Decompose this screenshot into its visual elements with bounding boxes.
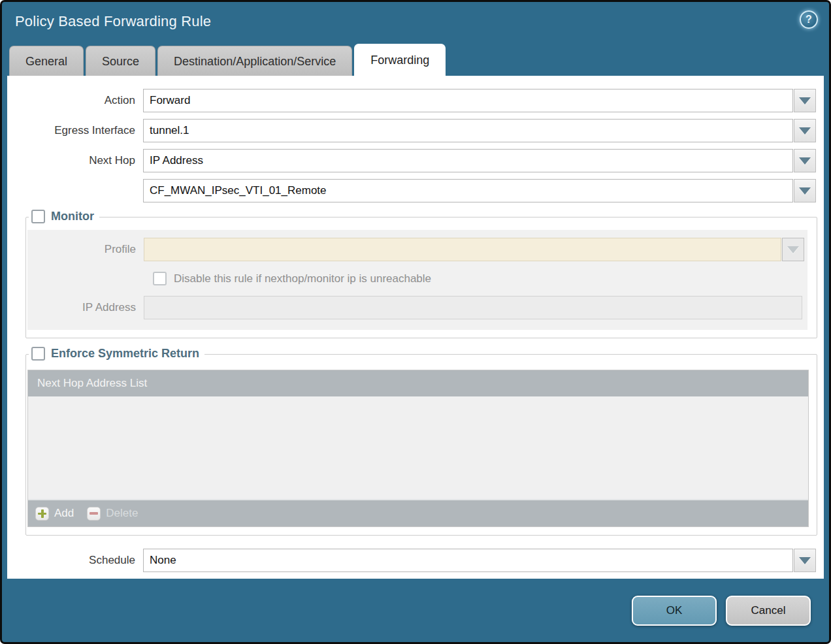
- symmetric-return-legend: Enforce Symmetric Return: [29, 347, 204, 361]
- monitor-ip-address-row: IP Address: [27, 296, 807, 319]
- enforce-symmetric-return-label: Enforce Symmetric Return: [51, 347, 199, 361]
- monitor-legend: Monitor: [29, 210, 99, 223]
- add-button-label: Add: [54, 507, 74, 520]
- action-select[interactable]: Forward: [143, 89, 793, 112]
- tab-forwarding[interactable]: Forwarding: [354, 44, 446, 76]
- monitor-profile-dropdown-button: [782, 238, 804, 261]
- dialog-title: Policy Based Forwarding Rule: [15, 13, 816, 30]
- monitor-ip-address-label: IP Address: [27, 301, 144, 314]
- help-icon[interactable]: ?: [800, 10, 818, 29]
- action-label: Action: [7, 94, 143, 107]
- egress-interface-dropdown-button[interactable]: [794, 119, 816, 142]
- disable-rule-label: Disable this rule if nexthop/monitor ip …: [174, 272, 431, 285]
- chevron-down-icon: [799, 187, 811, 195]
- schedule-label: Schedule: [7, 554, 143, 567]
- schedule-row: Schedule None: [7, 549, 824, 572]
- disable-rule-checkbox: [153, 272, 167, 285]
- action-row: Action Forward: [7, 89, 824, 112]
- tab-bar: General Source Destination/Application/S…: [2, 44, 829, 76]
- egress-interface-label: Egress Interface: [7, 124, 143, 137]
- monitor-ip-address-input: [144, 296, 802, 319]
- delete-button-label: Delete: [106, 507, 138, 520]
- add-button[interactable]: Add: [35, 507, 74, 521]
- egress-interface-row: Egress Interface tunnel.1: [7, 119, 824, 142]
- chevron-down-icon: [799, 557, 811, 564]
- enforce-symmetric-return-checkbox[interactable]: [31, 347, 45, 361]
- next-hop-address-list-header: Next Hop Address List: [28, 370, 808, 396]
- next-hop-address-select[interactable]: CF_MWAN_IPsec_VTI_01_Remote: [143, 179, 793, 202]
- monitor-checkbox[interactable]: [31, 210, 45, 223]
- action-dropdown-button[interactable]: [794, 89, 816, 112]
- tab-general[interactable]: General: [9, 46, 84, 76]
- monitor-section-label: Monitor: [51, 210, 94, 223]
- egress-interface-select[interactable]: tunnel.1: [143, 119, 793, 142]
- minus-icon: [87, 507, 101, 521]
- dialog-titlebar: Policy Based Forwarding Rule ?: [2, 2, 829, 44]
- next-hop-address-list-table: Next Hop Address List Add Delete: [27, 370, 809, 527]
- next-hop-address-list-toolbar: Add Delete: [28, 499, 808, 526]
- profile-label: Profile: [27, 243, 144, 256]
- next-hop-label: Next Hop: [7, 154, 143, 167]
- monitor-section: Monitor Profile Disable this rule if nex…: [25, 217, 817, 338]
- delete-button: Delete: [87, 507, 138, 521]
- plus-icon: [35, 507, 49, 521]
- next-hop-address-dropdown-button[interactable]: [794, 179, 816, 202]
- next-hop-dropdown-button[interactable]: [794, 149, 816, 172]
- profile-row: Profile: [27, 238, 807, 261]
- tab-source[interactable]: Source: [86, 46, 155, 76]
- enforce-symmetric-return-section: Enforce Symmetric Return Next Hop Addres…: [25, 354, 817, 536]
- dialog-footer: OK Cancel: [2, 579, 829, 626]
- disable-rule-row: Disable this rule if nexthop/monitor ip …: [153, 272, 807, 285]
- policy-based-forwarding-dialog: Policy Based Forwarding Rule ? General S…: [0, 0, 831, 644]
- chevron-down-icon: [787, 246, 799, 253]
- chevron-down-icon: [799, 157, 811, 165]
- chevron-down-icon: [799, 97, 811, 105]
- cancel-button[interactable]: Cancel: [726, 596, 811, 626]
- chevron-down-icon: [799, 127, 811, 135]
- schedule-select[interactable]: None: [143, 549, 793, 572]
- next-hop-address-list-body[interactable]: [28, 396, 808, 499]
- next-hop-row: Next Hop IP Address: [7, 149, 824, 172]
- schedule-dropdown-button[interactable]: [794, 549, 816, 572]
- tab-destination-application-service[interactable]: Destination/Application/Service: [157, 46, 352, 76]
- forwarding-tab-panel: Action Forward Egress Interface tunnel.1…: [7, 76, 824, 579]
- ok-button[interactable]: OK: [632, 596, 717, 626]
- next-hop-address-row: CF_MWAN_IPsec_VTI_01_Remote: [7, 179, 824, 202]
- next-hop-type-select[interactable]: IP Address: [143, 149, 793, 172]
- monitor-section-body: Profile Disable this rule if nexthop/mon…: [27, 230, 807, 330]
- monitor-profile-select: [144, 238, 781, 261]
